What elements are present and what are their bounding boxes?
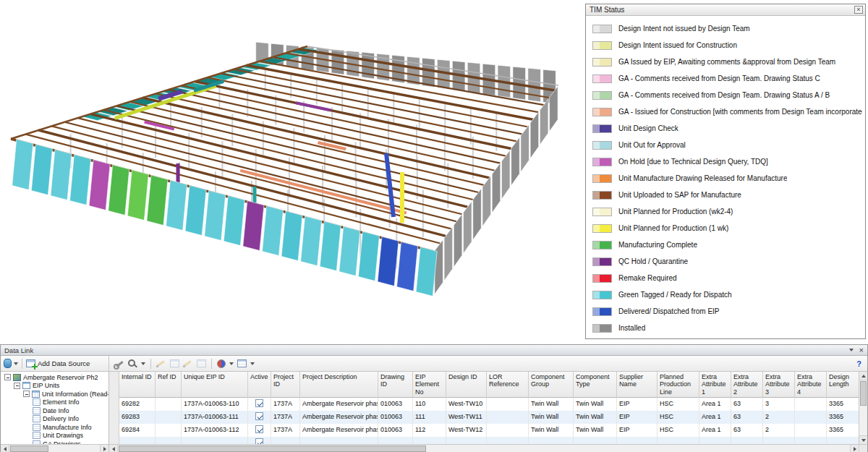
column-header[interactable]: Component Group — [529, 372, 574, 398]
table-view-icon[interactable] — [237, 359, 247, 367]
tree-expander-icon[interactable] — [14, 383, 20, 389]
tim-status-titlebar[interactable]: TIM Status × — [586, 4, 865, 16]
column-header[interactable]: Drawing ID — [378, 372, 413, 398]
row-selector[interactable] — [109, 437, 119, 444]
scrollbar-track[interactable] — [9, 445, 100, 452]
scroll-right-button[interactable] — [850, 445, 859, 452]
screen: TIM Status × Design Intent not issued by… — [0, 0, 868, 452]
data-link-body: Ambergate Reservoir Ph2EIP UnitsUnit Inf… — [1, 372, 867, 452]
column-header[interactable]: Design Length — [827, 372, 859, 398]
dropdown-arrow-icon[interactable] — [14, 362, 18, 365]
edit-icon[interactable] — [156, 359, 166, 368]
tree-item[interactable]: Unit Information (Read-O — [2, 390, 109, 398]
sync-icon[interactable] — [217, 359, 226, 368]
scrollbar-track[interactable] — [118, 445, 850, 452]
tree-horizontal-scrollbar[interactable] — [1, 444, 109, 452]
table-horizontal-scrollbar[interactable] — [109, 444, 867, 452]
row-selector[interactable] — [109, 411, 119, 424]
column-header[interactable]: Ref ID — [156, 372, 182, 398]
scrollbar-thumb[interactable] — [860, 381, 867, 406]
column-header[interactable]: Supplier Name — [617, 372, 658, 398]
table-cell: EIP — [617, 398, 658, 411]
data-link-titlebar[interactable]: Data Link × — [1, 345, 867, 356]
close-icon[interactable]: × — [854, 6, 863, 14]
active-cell — [248, 437, 271, 444]
table-row[interactable]: 692831737A-010063-1111737AAmbergate Rese… — [109, 411, 859, 424]
wrench-icon[interactable] — [114, 359, 124, 369]
search-icon[interactable] — [127, 359, 137, 369]
table-row[interactable]: 692821737A-010063-1101737AAmbergate Rese… — [109, 398, 859, 411]
column-header[interactable]: Project ID — [271, 372, 300, 398]
sheet-icon — [33, 407, 41, 414]
table-cell: West-TW11 — [446, 411, 487, 424]
help-icon[interactable]: ? — [856, 359, 863, 368]
table-options-icon[interactable] — [197, 359, 206, 367]
column-header[interactable]: Project Description — [300, 372, 378, 398]
dropdown-arrow-icon[interactable] — [229, 362, 234, 365]
tree-item[interactable]: Manufacture Info — [2, 423, 109, 432]
add-data-source-icon[interactable] — [26, 359, 35, 367]
data-link-panel: Data Link × Add Data Source — [0, 344, 868, 452]
table-vertical-scrollbar[interactable] — [859, 372, 867, 444]
edit-table-icon[interactable] — [170, 359, 179, 367]
scrollbar-thumb[interactable] — [10, 445, 48, 452]
row-selector[interactable] — [109, 398, 119, 411]
column-header[interactable]: Component Type — [574, 372, 617, 398]
project-icon — [13, 374, 21, 381]
scroll-right-button[interactable] — [100, 445, 109, 452]
dropdown-arrow-icon[interactable] — [141, 362, 145, 365]
column-header[interactable]: Extra Attribute 2 — [731, 372, 763, 398]
table-cell: 111 — [413, 411, 446, 424]
column-header[interactable]: Extra Attribute 4 — [795, 372, 827, 398]
scrollbar-track[interactable] — [859, 380, 867, 435]
close-icon[interactable]: × — [859, 346, 864, 354]
table-cell: 63 — [731, 411, 763, 424]
column-header[interactable]: Active — [248, 372, 271, 398]
column-header[interactable]: EIP Element No — [413, 372, 446, 398]
scroll-down-button[interactable] — [859, 435, 867, 444]
table-row-partial[interactable] — [109, 437, 859, 444]
tree-expander-icon[interactable] — [4, 374, 11, 380]
status-color-swatch — [592, 291, 612, 299]
scrollbar-thumb[interactable] — [119, 445, 426, 452]
scroll-left-button[interactable] — [109, 445, 118, 452]
scroll-left-button[interactable] — [1, 445, 9, 452]
column-header[interactable]: Internal ID — [119, 372, 156, 398]
active-checkbox[interactable] — [255, 438, 263, 444]
column-header[interactable]: LOR Reference — [487, 372, 529, 398]
table-cell: Twin Wall — [574, 411, 617, 424]
edit-cell-icon[interactable] — [183, 359, 193, 368]
table-cell — [378, 437, 413, 444]
active-checkbox[interactable] — [255, 425, 263, 433]
tree-item[interactable]: Element Info — [2, 398, 109, 407]
tree-item[interactable]: Date Info — [2, 406, 109, 415]
column-header[interactable]: Design ID — [446, 372, 487, 398]
status-color-swatch — [592, 274, 612, 283]
active-checkbox[interactable] — [255, 399, 263, 407]
table-cell: 1737A — [271, 398, 300, 411]
tree-item[interactable]: Delivery Info — [2, 415, 109, 424]
add-data-source-button[interactable]: Add Data Source — [38, 359, 90, 367]
table-row[interactable]: 692841737A-010063-1121737AAmbergate Rese… — [109, 424, 859, 437]
data-link-title: Data Link — [4, 346, 33, 354]
tree-item[interactable]: Ambergate Reservoir Ph2 — [2, 373, 109, 382]
tim-status-item: GA - Issiued for Construction [with comm… — [592, 103, 862, 120]
data-source-icon[interactable] — [4, 359, 12, 368]
dropdown-arrow-icon[interactable] — [250, 362, 255, 365]
tree-expander-icon[interactable] — [23, 391, 30, 397]
column-header[interactable]: Unique EIP ID — [182, 372, 248, 398]
column-header[interactable]: Extra Attribute 3 — [763, 372, 795, 398]
column-header[interactable]: Extra Attribute 1 — [699, 372, 731, 398]
table-toolbar: ? — [109, 356, 867, 371]
tree-item[interactable]: EIP Units — [2, 382, 109, 391]
model-viewport[interactable]: TIM Status × Design Intent not issued by… — [0, 0, 868, 344]
scroll-up-button[interactable] — [859, 372, 867, 380]
tree-item[interactable]: Unit Drawings — [2, 432, 109, 440]
table-cell: 110 — [413, 398, 446, 411]
active-checkbox[interactable] — [255, 412, 263, 420]
table-cell — [446, 437, 487, 444]
table-cell: 1737A-010063-112 — [182, 424, 248, 437]
column-header[interactable]: Planned Production Line — [658, 372, 699, 398]
chevron-down-icon[interactable] — [849, 349, 854, 351]
row-selector[interactable] — [109, 424, 119, 437]
